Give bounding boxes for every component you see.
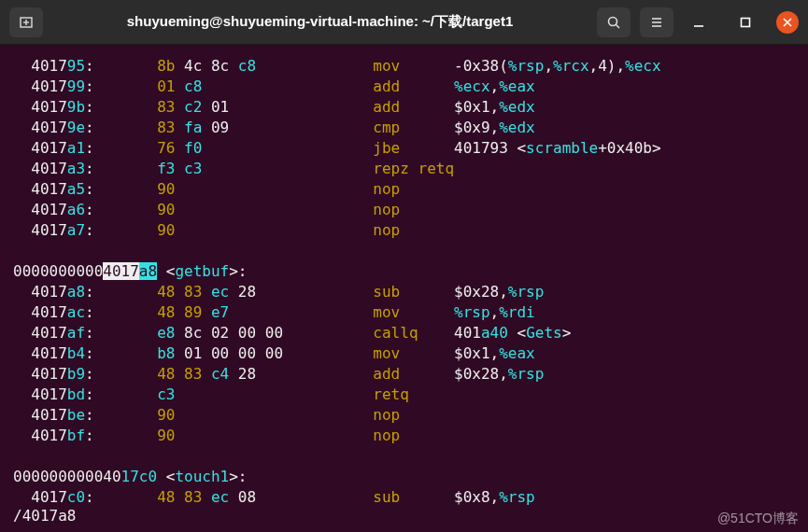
disasm-line: 40179e: 83 fa 09 cmp $0x9,%edx — [0, 118, 808, 138]
disasm-line: 4017bf: 90 nop — [0, 426, 808, 446]
disasm-line: 4017a5: 90 nop — [0, 179, 808, 200]
disasm-line: 4017b9: 48 83 c4 28 add $0x28,%rsp — [0, 364, 808, 385]
disasm-line: 4017af: e8 8c 02 00 00 callq 401a40 <Get… — [0, 323, 808, 343]
disasm-line: 4017a8: 48 83 ec 28 sub $0x28,%rsp — [0, 282, 808, 302]
disasm-line: 4017a7: 90 nop — [0, 220, 808, 241]
disasm-line: 4017b4: b8 01 00 00 00 mov $0x1,%eax — [0, 343, 808, 364]
svg-rect-9 — [742, 18, 750, 26]
watermark-text: @51CTO博客 — [717, 508, 799, 528]
disasm-line: 4017c0: 48 83 ec 08 sub $0x8,%rsp — [0, 487, 808, 508]
disasm-line: 4017bd: c3 retq — [0, 385, 808, 405]
disasm-line: 4017a1: 76 f0 jbe 401793 <scramble+0x40b… — [0, 138, 808, 159]
disasm-line: 401795: 8b 4c 8c c8 mov -0x38(%rsp,%rcx,… — [0, 56, 808, 77]
disasm-line: 4017a3: f3 c3 repz retq — [0, 159, 808, 179]
blank-line — [0, 446, 808, 467]
disasm-line: 4017ac: 48 89 e7 mov %rsp,%rdi — [0, 302, 808, 323]
svg-point-3 — [609, 17, 617, 25]
window-title: shuyueming@shuyueming-virtual-machine: ~… — [52, 13, 588, 31]
disasm-line: 401799: 01 c8 add %ecx,%eax — [0, 77, 808, 97]
symbol-label: 00000000004017a8 <getbuf>: — [0, 261, 808, 282]
minimize-button[interactable] — [683, 7, 715, 37]
disasm-line: 40179b: 83 c2 01 add $0x1,%edx — [0, 97, 808, 118]
symbol-label: 00000000004017c0 <touch1>: — [0, 467, 808, 487]
window-titlebar: shuyueming@shuyueming-virtual-machine: ~… — [0, 0, 808, 45]
menu-button[interactable] — [640, 7, 673, 37]
maximize-button[interactable] — [730, 7, 761, 37]
blank-line — [0, 241, 808, 261]
disasm-line: 4017be: 90 nop — [0, 405, 808, 426]
search-button[interactable] — [597, 7, 631, 37]
terminal-output[interactable]: 401795: 8b 4c 8c c8 mov -0x38(%rsp,%rcx,… — [0, 45, 808, 532]
close-button[interactable] — [776, 11, 799, 34]
new-tab-button[interactable] — [9, 7, 43, 37]
search-status-line: /4017a8 — [13, 506, 76, 526]
disasm-line: 4017a6: 90 nop — [0, 200, 808, 220]
svg-line-4 — [617, 24, 620, 28]
